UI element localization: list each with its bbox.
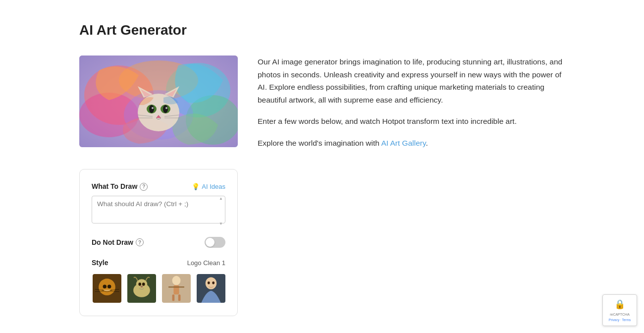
style-label: Style bbox=[92, 258, 108, 268]
style-value: Logo Clean 1 bbox=[187, 258, 225, 268]
what-to-draw-label-row: What To Draw ? 💡 AI Ideas bbox=[92, 181, 225, 192]
svg-point-16 bbox=[152, 107, 154, 109]
svg-point-38 bbox=[141, 286, 143, 288]
desc-para3: Explore the world's imagination with AI … bbox=[258, 137, 565, 150]
svg-rect-43 bbox=[172, 295, 175, 301]
do-not-draw-toggle[interactable] bbox=[205, 237, 225, 248]
recaptcha-badge: 🔒 reCAPTCHA Privacy · Terms bbox=[602, 294, 637, 326]
style-thumb-tiger[interactable] bbox=[92, 273, 122, 304]
do-not-draw-help-icon[interactable]: ? bbox=[136, 238, 144, 246]
what-to-draw-label: What To Draw ? bbox=[92, 181, 148, 192]
svg-point-28 bbox=[107, 285, 111, 288]
svg-point-27 bbox=[103, 285, 107, 288]
svg-rect-44 bbox=[178, 295, 181, 301]
svg-point-47 bbox=[208, 281, 210, 284]
svg-rect-41 bbox=[173, 285, 179, 295]
hero-image bbox=[79, 56, 238, 147]
desc-para2: Enter a few words below, and watch Hotpo… bbox=[258, 115, 565, 128]
top-section: Our AI image generator brings imaginatio… bbox=[79, 56, 565, 149]
svg-point-17 bbox=[165, 107, 167, 109]
style-thumb-goat[interactable] bbox=[126, 273, 157, 304]
recaptcha-text: reCAPTCHA bbox=[606, 312, 634, 317]
style-row-header: Style Logo Clean 1 bbox=[92, 258, 225, 268]
style-section: Style Logo Clean 1 bbox=[92, 258, 225, 304]
svg-point-37 bbox=[142, 283, 145, 286]
what-to-draw-input[interactable] bbox=[92, 196, 225, 223]
page-title: AI Art Generator bbox=[79, 20, 565, 41]
what-to-draw-help-icon[interactable]: ? bbox=[140, 183, 148, 191]
svg-point-15 bbox=[163, 105, 168, 113]
svg-point-48 bbox=[212, 281, 215, 284]
ai-ideas-button[interactable]: 💡 AI Ideas bbox=[192, 183, 225, 190]
what-to-draw-section: What To Draw ? 💡 AI Ideas ▲ ▼ bbox=[92, 181, 225, 227]
style-thumbnails bbox=[92, 273, 225, 304]
do-not-draw-label: Do Not Draw ? bbox=[92, 237, 144, 248]
svg-point-35 bbox=[136, 279, 147, 290]
svg-point-40 bbox=[172, 276, 181, 285]
recaptcha-links: Privacy · Terms bbox=[606, 318, 634, 323]
style-thumb-violin[interactable] bbox=[161, 273, 192, 304]
gallery-link[interactable]: AI Art Gallery bbox=[381, 139, 426, 147]
desc-para3-suffix: . bbox=[426, 139, 428, 147]
do-not-draw-row: Do Not Draw ? bbox=[92, 237, 225, 248]
style-thumb-portrait[interactable] bbox=[196, 273, 226, 304]
lightbulb-icon: 💡 bbox=[192, 183, 200, 190]
page-wrapper: AI Art Generator bbox=[50, 0, 594, 333]
svg-point-14 bbox=[149, 105, 154, 113]
svg-point-24 bbox=[99, 279, 115, 296]
desc-para1: Our AI image generator brings imaginatio… bbox=[258, 56, 565, 106]
form-card: What To Draw ? 💡 AI Ideas ▲ ▼ Do Not Dra… bbox=[79, 169, 238, 316]
textarea-wrapper: ▲ ▼ bbox=[92, 196, 225, 227]
desc-para3-prefix: Explore the world's imagination with bbox=[258, 139, 381, 147]
recaptcha-logo: 🔒 bbox=[606, 298, 634, 311]
description-text: Our AI image generator brings imaginatio… bbox=[258, 56, 565, 149]
svg-point-36 bbox=[138, 283, 141, 286]
